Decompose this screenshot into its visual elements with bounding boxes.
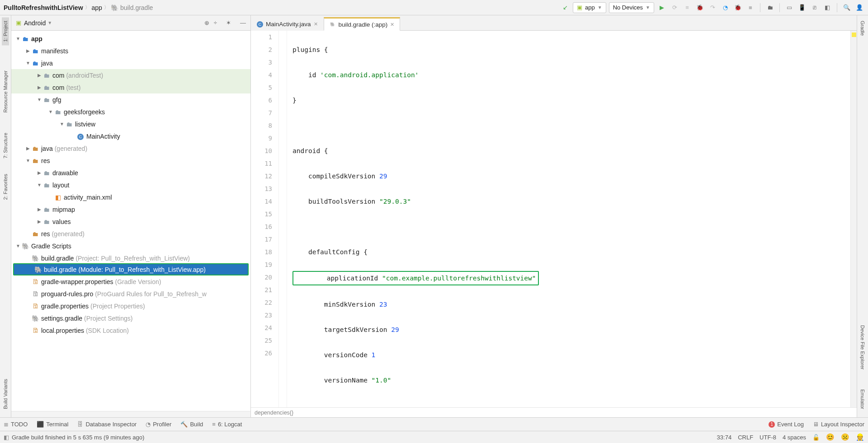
tree-activity-main-xml[interactable]: ◧activity_main.xml xyxy=(11,191,250,203)
tab-device-file-explorer[interactable]: Device File Explorer xyxy=(859,322,866,373)
vcs-icon[interactable]: 🖿 xyxy=(765,3,775,13)
debug-icon[interactable]: 🐞 xyxy=(695,3,705,13)
tree-build-gradle-project[interactable]: 🐘build.gradle(Project: Pull_to_Refresh_w… xyxy=(11,252,250,264)
tree-mainactivity[interactable]: CMainActivity xyxy=(11,130,250,142)
tree-com-androidtest[interactable]: ▶🖿com(androidTest) xyxy=(11,69,250,81)
tree-gradle-properties[interactable]: 🖺gradle.properties(Project Properties) xyxy=(11,300,250,312)
tree-values[interactable]: ▶🖿values xyxy=(11,215,250,228)
editor-breadcrumb-foot[interactable]: dependencies{} xyxy=(251,407,857,417)
tree-app[interactable]: ▼🖿app xyxy=(11,33,250,45)
user-icon[interactable]: 👤 xyxy=(854,3,864,13)
fold-gutter[interactable] xyxy=(279,31,287,407)
code-editor[interactable]: plugins { id 'com.android.application' }… xyxy=(287,31,850,407)
tab-mainactivity[interactable]: C MainActivity.java ✕ xyxy=(251,17,324,31)
tab-build-variants[interactable]: Build Variants xyxy=(2,375,9,413)
tool-windows-icon[interactable]: ◧ xyxy=(4,434,9,441)
event-log-tool[interactable]: 1Event Log xyxy=(769,421,804,428)
tree-hint: (ProGuard Rules for Pull_to_Refresh_w xyxy=(95,290,207,298)
tab-project[interactable]: 1: Project xyxy=(2,17,9,45)
android-icon: ▣ xyxy=(577,4,582,11)
breadcrumb-module[interactable]: app xyxy=(92,4,102,11)
profiler-icon[interactable]: ◔ xyxy=(720,3,730,13)
tab-favorites[interactable]: 2: Favorites xyxy=(2,170,9,203)
code-text: compileSdkVersion xyxy=(292,173,379,180)
logcat-tool[interactable]: ≡6: Logcat xyxy=(212,421,242,428)
tab-gradle[interactable]: Gradle xyxy=(859,17,866,39)
tree-local-properties[interactable]: 🖺local.properties(SDK Location) xyxy=(11,324,250,336)
terminal-tool[interactable]: ⬛Terminal xyxy=(37,421,68,428)
resource-manager-icon[interactable]: ◧ xyxy=(822,3,832,13)
close-icon[interactable]: ✕ xyxy=(390,22,394,28)
tree-layout[interactable]: ▼🖿layout xyxy=(11,179,250,191)
run-button-icon[interactable]: ▶ xyxy=(657,3,667,13)
tree-drawable[interactable]: ▶🖿drawable xyxy=(11,167,250,179)
tree-gfg[interactable]: ▼🖿gfg xyxy=(11,93,250,106)
tree-mipmap[interactable]: ▶🖿mipmap xyxy=(11,203,250,215)
file-encoding[interactable]: UTF-8 xyxy=(760,434,776,441)
warning-marker-icon[interactable] xyxy=(852,33,856,37)
memory-icon[interactable]: 👷 xyxy=(856,433,864,441)
tree-label: app xyxy=(31,35,42,42)
apply-changes-icon[interactable]: ⟳ xyxy=(670,3,679,13)
tree-hint: (Project Settings) xyxy=(84,315,132,322)
main-layout: 1: Project Resource Manager 7: Structure… xyxy=(0,15,868,417)
profiler-tool[interactable]: ◔Profiler xyxy=(146,421,171,428)
tree-hint: (generated) xyxy=(52,230,84,238)
indent-info[interactable]: 4 spaces xyxy=(783,434,806,441)
run-config-combo[interactable]: ▣ app ▼ xyxy=(573,2,606,13)
tree-java-generated[interactable]: ▶🖿java(generated) xyxy=(11,142,250,154)
tab-build-gradle[interactable]: 🐘 build.gradle (:app) ✕ xyxy=(324,17,401,31)
project-tree-scrollbar[interactable] xyxy=(11,411,250,417)
project-view-combo[interactable]: Android ▼ xyxy=(24,19,52,27)
tree-listview[interactable]: ▼🖿listview xyxy=(11,118,250,130)
tree-res[interactable]: ▼🖿res xyxy=(11,154,250,167)
marker-stripe[interactable] xyxy=(850,31,857,407)
lock-icon[interactable]: 🔓 xyxy=(812,434,820,441)
flatten-packages-icon[interactable]: ÷ xyxy=(214,19,217,26)
tree-settings-gradle[interactable]: 🐘settings.gradle(Project Settings) xyxy=(11,312,250,324)
todo-tool[interactable]: ≣TODO xyxy=(4,421,28,428)
search-everywhere-icon[interactable]: 🔍 xyxy=(842,3,852,13)
device-combo[interactable]: No Devices ▼ xyxy=(609,2,654,13)
tab-resource-manager[interactable]: Resource Manager xyxy=(2,67,9,117)
caret-position[interactable]: 33:74 xyxy=(717,434,732,441)
close-icon[interactable]: ✕ xyxy=(314,21,318,27)
line-number-gutter[interactable]: 1 2 3 4 5 6 7 8 9 10 11 12 13 14 15 16 1… xyxy=(251,31,279,407)
breadcrumb-file[interactable]: build.gradle xyxy=(120,4,153,11)
select-opened-file-icon[interactable]: ⊕ xyxy=(204,19,209,26)
line-separator[interactable]: CRLF xyxy=(738,434,753,441)
tree-build-gradle-module[interactable]: 🐘build.gradle(Module: Pull_to_Refresh_wi… xyxy=(13,263,249,275)
apply-code-changes-icon[interactable]: ≡ xyxy=(682,3,692,13)
coverage-icon[interactable]: ↷ xyxy=(708,3,717,13)
layout-inspector-tool[interactable]: 🖥Layout Inspector xyxy=(813,421,864,428)
line-number: 12 xyxy=(251,170,272,182)
tree-res-generated[interactable]: 🖿res(generated) xyxy=(11,228,250,240)
sync-gradle-icon[interactable]: ↙ xyxy=(560,3,570,13)
line-number: 9 xyxy=(251,132,272,145)
tree-geeksforgeeks[interactable]: ▼🖿geeksforgeeks xyxy=(11,106,250,118)
tree-manifests[interactable]: ▶🖿manifests xyxy=(11,45,250,57)
tree-java[interactable]: ▼🖿java xyxy=(11,57,250,69)
hide-icon[interactable]: ✶ xyxy=(226,19,231,26)
device-manager-icon[interactable]: ⎚ xyxy=(810,3,820,13)
breadcrumb-sep-icon: 〉 xyxy=(85,4,90,11)
breadcrumb-root[interactable]: PulltoRefreshwithListView xyxy=(4,4,83,11)
tree-proguard[interactable]: 🖺proguard-rules.pro(ProGuard Rules for P… xyxy=(11,288,250,300)
database-inspector-tool[interactable]: 🗄Database Inspector xyxy=(77,421,137,428)
tree-label: build.gradle xyxy=(44,266,76,273)
tool-label: Profiler xyxy=(153,421,171,428)
tab-structure[interactable]: 7: Structure xyxy=(2,129,9,162)
tree-com-test[interactable]: ▶🖿com(test) xyxy=(11,81,250,93)
build-tool[interactable]: 🔨Build xyxy=(180,421,203,428)
sdk-manager-icon[interactable]: 📱 xyxy=(797,3,807,13)
avd-manager-icon[interactable]: ▭ xyxy=(784,3,794,13)
project-tree[interactable]: ▼🖿app ▶🖿manifests ▼🖿java ▶🖿com(androidTe… xyxy=(11,31,250,411)
tab-emulator[interactable]: Emulator xyxy=(859,386,866,413)
ide-errors-happy-icon[interactable]: 😊 xyxy=(826,433,835,441)
attach-debugger-icon[interactable]: 🐞 xyxy=(733,3,743,13)
ide-errors-sad-icon[interactable]: ☹️ xyxy=(841,433,849,441)
stop-icon[interactable]: ■ xyxy=(745,3,755,13)
tree-gradle-wrapper[interactable]: 🖺gradle-wrapper.properties(Gradle Versio… xyxy=(11,275,250,288)
tree-gradle-scripts[interactable]: ▼🐘Gradle Scripts xyxy=(11,240,250,252)
collapse-icon[interactable]: — xyxy=(240,19,246,26)
